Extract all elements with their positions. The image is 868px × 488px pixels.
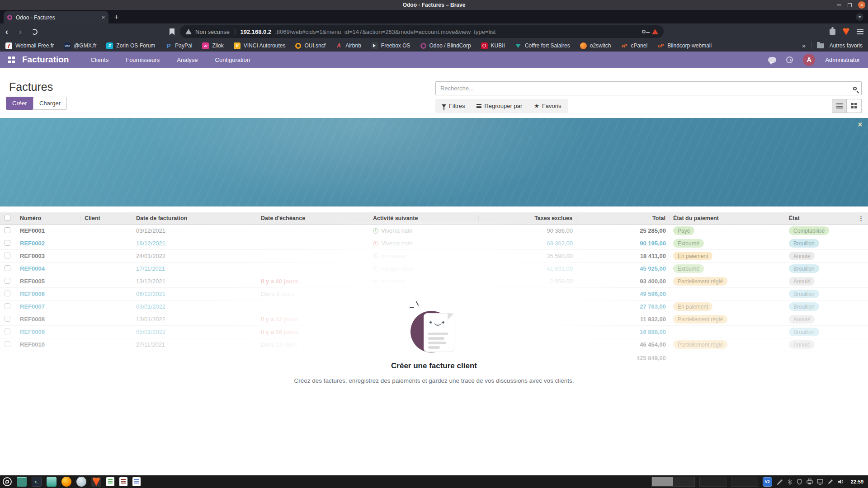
- activity-cell[interactable]: In massa: [369, 278, 479, 285]
- header-due-date[interactable]: Date d'échéance: [257, 215, 369, 221]
- bluetooth-icon[interactable]: [787, 479, 793, 485]
- brave-rewards-icon[interactable]: [652, 29, 658, 34]
- table-row[interactable]: REF0003 24/01/2022 In massa 35 590,00 18…: [0, 250, 868, 263]
- header-next-activity[interactable]: Activité suivante: [369, 215, 479, 221]
- browser-tab[interactable]: Odoo - Factures ×: [4, 11, 108, 23]
- firefox-icon[interactable]: [61, 477, 71, 487]
- bookmark-cpanel[interactable]: cPanel: [621, 42, 647, 49]
- row-checkbox[interactable]: [5, 303, 10, 309]
- libreoffice-writer-icon[interactable]: [132, 477, 141, 486]
- brave-shields-icon[interactable]: [843, 28, 849, 35]
- menu-fournisseurs[interactable]: Fournisseurs: [126, 56, 160, 63]
- clock[interactable]: 22:59: [851, 479, 863, 484]
- header-client[interactable]: Client: [81, 215, 132, 221]
- browser-menu-icon[interactable]: [857, 29, 863, 34]
- row-checkbox[interactable]: [5, 328, 10, 334]
- window-list-slot[interactable]: [699, 477, 726, 487]
- security-warning-icon[interactable]: [185, 29, 192, 34]
- search-input[interactable]: Recherche...: [435, 81, 862, 95]
- software-store-icon[interactable]: [47, 477, 57, 487]
- row-checkbox[interactable]: [5, 278, 10, 284]
- upload-button[interactable]: Charger: [33, 97, 67, 110]
- activity-cell[interactable]: Viverra nam: [369, 227, 479, 234]
- row-checkbox[interactable]: [5, 341, 10, 347]
- password-key-icon[interactable]: [642, 30, 646, 33]
- bookmark-blindcorp-webmail[interactable]: Blindcorp-webmail: [657, 42, 712, 49]
- header-untaxed[interactable]: Taxes exclues: [479, 215, 576, 221]
- bookmarks-overflow-button[interactable]: »: [802, 42, 805, 49]
- window-maximize-button[interactable]: [848, 3, 852, 7]
- header-numero[interactable]: Numéro: [16, 215, 81, 221]
- file-manager-icon[interactable]: [17, 477, 27, 487]
- bookmark-webmail-free[interactable]: Webmail Free.fr: [5, 42, 54, 49]
- row-checkbox[interactable]: [5, 291, 10, 296]
- list-view-button[interactable]: [832, 99, 847, 113]
- bookmark-freebox[interactable]: Freebox OS: [371, 42, 410, 49]
- bookmark-coffre-fort[interactable]: Coffre fort Salaires: [515, 42, 570, 49]
- libreoffice-base-icon[interactable]: [119, 477, 127, 486]
- header-total[interactable]: Total: [576, 215, 670, 221]
- favorites-button[interactable]: ★Favoris: [534, 103, 561, 109]
- bookmark-odoo-blindcorp[interactable]: Odoo / BlindCorp: [420, 42, 471, 49]
- table-row[interactable]: REF0002 16/12/2021 Viverra nam 69 362,00…: [0, 237, 868, 250]
- activities-icon[interactable]: [786, 56, 793, 63]
- start-menu-icon[interactable]: [3, 477, 12, 486]
- activity-cell[interactable]: Viverra nam: [369, 240, 479, 247]
- bookmark-vinci[interactable]: VINCI Autoroutes: [234, 42, 286, 49]
- user-name[interactable]: Administrator: [825, 56, 860, 63]
- table-row[interactable]: REF0001 03/12/2021 Viverra nam 90 386,00…: [0, 225, 868, 237]
- header-invoice-date[interactable]: Date de facturation: [132, 215, 257, 221]
- banner-close-icon[interactable]: ×: [858, 121, 862, 129]
- display-icon[interactable]: [817, 479, 823, 485]
- header-state[interactable]: État: [785, 215, 858, 221]
- extensions-icon[interactable]: [830, 29, 835, 35]
- new-tab-button[interactable]: +: [114, 12, 119, 23]
- messaging-icon[interactable]: [768, 57, 776, 63]
- bookmark-o2switch[interactable]: o2switch: [580, 42, 611, 49]
- menu-analyse[interactable]: Analyse: [177, 56, 198, 63]
- bookmark-paypal[interactable]: PayPal: [165, 42, 192, 49]
- bookmark-gmx[interactable]: @GMX.fr: [64, 42, 96, 49]
- address-bar[interactable]: Non sécurisé | 192.168.0.2 :8069/web#cid…: [180, 25, 664, 38]
- header-payment-status[interactable]: État du paiement: [670, 215, 785, 221]
- brave-icon[interactable]: [91, 477, 101, 487]
- activity-cell[interactable]: Integer vitae: [369, 265, 479, 272]
- window-minimize-button[interactable]: [837, 5, 841, 5]
- workspace-switcher[interactable]: [651, 477, 695, 487]
- libreoffice-calc-icon[interactable]: [106, 477, 114, 486]
- optional-columns-icon[interactable]: ⋮: [858, 215, 868, 222]
- bookmark-oui-sncf[interactable]: OUI.sncf: [295, 42, 326, 49]
- web-browser-icon[interactable]: [76, 477, 86, 487]
- user-avatar[interactable]: A: [803, 54, 815, 66]
- bookmark-icon[interactable]: [170, 28, 175, 35]
- menu-configuration[interactable]: Configuration: [215, 56, 250, 63]
- group-by-button[interactable]: Regrouper par: [476, 103, 522, 109]
- filters-button[interactable]: Filtres: [442, 103, 465, 109]
- bookmark-airbnb[interactable]: Airbnb: [335, 42, 361, 49]
- stylus-icon[interactable]: [777, 479, 783, 485]
- create-button[interactable]: Créer: [6, 97, 33, 110]
- printer-icon[interactable]: [807, 479, 813, 485]
- window-list-slot[interactable]: [731, 477, 758, 487]
- v2-app-icon[interactable]: V2: [763, 477, 772, 487]
- pencil-icon[interactable]: [827, 479, 834, 485]
- bookmark-zilok[interactable]: Zilok: [202, 42, 223, 49]
- menu-clients[interactable]: Clients: [90, 56, 108, 63]
- kanban-view-button[interactable]: [847, 99, 862, 113]
- select-all-checkbox[interactable]: [5, 215, 10, 221]
- forward-button[interactable]: ›: [14, 27, 27, 37]
- reload-button[interactable]: [32, 29, 38, 35]
- bookmark-kubii[interactable]: KUBII: [481, 42, 505, 49]
- other-bookmarks-button[interactable]: Autres favoris: [830, 42, 863, 49]
- table-row[interactable]: REF0004 17/11/2021 Integer vitae 41 691,…: [0, 263, 868, 275]
- row-checkbox[interactable]: [5, 227, 10, 233]
- row-checkbox[interactable]: [5, 316, 10, 322]
- volume-icon[interactable]: [838, 479, 844, 485]
- tab-search-button[interactable]: [856, 13, 863, 21]
- row-checkbox[interactable]: [5, 253, 10, 258]
- window-close-button[interactable]: ×: [858, 1, 865, 9]
- tab-close-icon[interactable]: ×: [101, 14, 105, 21]
- terminal-icon[interactable]: >_: [32, 477, 42, 487]
- app-name[interactable]: Facturation: [22, 55, 69, 65]
- back-button[interactable]: ‹: [0, 27, 14, 37]
